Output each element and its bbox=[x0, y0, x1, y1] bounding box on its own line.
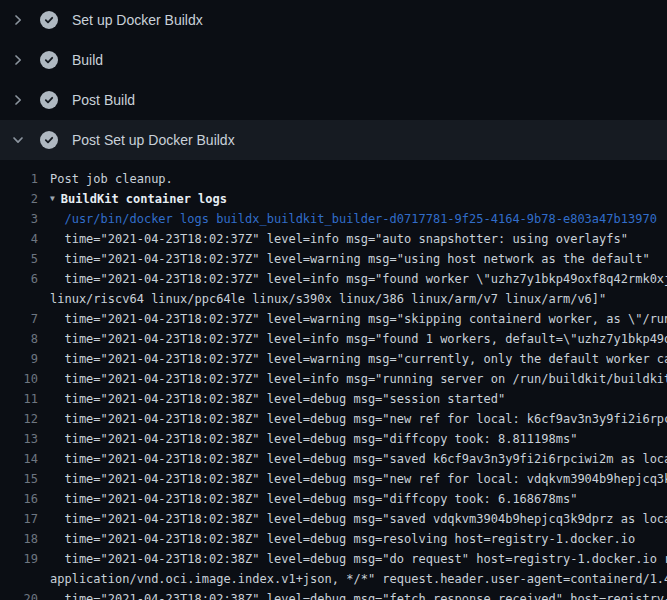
log-line: 5 time="2021-04-23T18:02:37Z" level=warn… bbox=[0, 249, 667, 269]
step-row[interactable]: Post Set up Docker Buildx bbox=[0, 120, 667, 160]
step-label: Post Set up Docker Buildx bbox=[72, 132, 235, 148]
log-line: 18 time="2021-04-23T18:02:38Z" level=deb… bbox=[0, 529, 667, 549]
line-number[interactable]: 3 bbox=[0, 209, 38, 229]
group-expand-triangle-icon[interactable]: ▼ bbox=[50, 189, 55, 209]
log-line: 20 time="2021-04-23T18:02:38Z" level=deb… bbox=[0, 589, 667, 600]
line-number[interactable]: 17 bbox=[0, 509, 38, 529]
log-line: 8 time="2021-04-23T18:02:37Z" level=info… bbox=[0, 329, 667, 349]
log-text: time="2021-04-23T18:02:37Z" level=info m… bbox=[50, 269, 667, 289]
line-number[interactable]: 15 bbox=[0, 469, 38, 489]
line-number bbox=[0, 569, 38, 589]
log-text: time="2021-04-23T18:02:37Z" level=warnin… bbox=[50, 309, 667, 329]
check-circle-icon bbox=[40, 11, 58, 29]
check-circle-icon bbox=[40, 51, 58, 69]
line-number[interactable]: 6 bbox=[0, 269, 38, 289]
line-number[interactable]: 11 bbox=[0, 389, 38, 409]
log-line: 1Post job cleanup. bbox=[0, 169, 667, 189]
step-label: Post Build bbox=[72, 92, 135, 108]
log-line: 7 time="2021-04-23T18:02:37Z" level=warn… bbox=[0, 309, 667, 329]
chevron-down-icon bbox=[10, 132, 26, 148]
line-number[interactable]: 18 bbox=[0, 529, 38, 549]
log-line-command: 3 /usr/bin/docker logs buildx_buildkit_b… bbox=[0, 209, 667, 229]
log-text: time="2021-04-23T18:02:38Z" level=debug … bbox=[50, 489, 577, 509]
log-line: 4 time="2021-04-23T18:02:37Z" level=info… bbox=[0, 229, 667, 249]
line-number[interactable]: 13 bbox=[0, 429, 38, 449]
log-line: 13 time="2021-04-23T18:02:38Z" level=deb… bbox=[0, 429, 667, 449]
line-number[interactable]: 14 bbox=[0, 449, 38, 469]
log-text: time="2021-04-23T18:02:38Z" level=debug … bbox=[50, 429, 577, 449]
line-number[interactable]: 2 bbox=[0, 189, 38, 209]
log-line: 17 time="2021-04-23T18:02:38Z" level=deb… bbox=[0, 509, 667, 529]
log-line-continuation: application/vnd.oci.image.index.v1+json,… bbox=[0, 569, 667, 589]
log-area: 1Post job cleanup.2▼BuildKit container l… bbox=[0, 160, 667, 600]
log-text: time="2021-04-23T18:02:37Z" level=warnin… bbox=[50, 249, 650, 269]
log-line: 15 time="2021-04-23T18:02:38Z" level=deb… bbox=[0, 469, 667, 489]
log-line: 16 time="2021-04-23T18:02:38Z" level=deb… bbox=[0, 489, 667, 509]
step-row[interactable]: Set up Docker Buildx bbox=[0, 0, 667, 40]
check-circle-icon bbox=[40, 131, 58, 149]
log-text: time="2021-04-23T18:02:38Z" level=debug … bbox=[50, 509, 667, 529]
log-text: linux/riscv64 linux/ppc64le linux/s390x … bbox=[50, 289, 606, 309]
log-line-continuation: linux/riscv64 linux/ppc64le linux/s390x … bbox=[0, 289, 667, 309]
line-number[interactable]: 10 bbox=[0, 369, 38, 389]
step-label: Build bbox=[72, 52, 103, 68]
step-row[interactable]: Build bbox=[0, 40, 667, 80]
line-number[interactable]: 1 bbox=[0, 169, 38, 189]
line-number[interactable]: 8 bbox=[0, 329, 38, 349]
log-line: 19 time="2021-04-23T18:02:38Z" level=deb… bbox=[0, 549, 667, 569]
log-line: 11 time="2021-04-23T18:02:38Z" level=deb… bbox=[0, 389, 667, 409]
log-text: application/vnd.oci.image.index.v1+json,… bbox=[50, 569, 667, 589]
log-text: time="2021-04-23T18:02:38Z" level=debug … bbox=[50, 469, 667, 489]
line-number[interactable]: 16 bbox=[0, 489, 38, 509]
line-number[interactable]: 5 bbox=[0, 249, 38, 269]
line-number[interactable]: 9 bbox=[0, 349, 38, 369]
line-number[interactable]: 7 bbox=[0, 309, 38, 329]
log-text: time="2021-04-23T18:02:37Z" level=info m… bbox=[50, 229, 628, 249]
chevron-right-icon bbox=[10, 52, 26, 68]
log-text: time="2021-04-23T18:02:38Z" level=debug … bbox=[50, 389, 505, 409]
log-text: /usr/bin/docker logs buildx_buildkit_bui… bbox=[50, 209, 657, 229]
log-line: 12 time="2021-04-23T18:02:38Z" level=deb… bbox=[0, 409, 667, 429]
log-text: Post job cleanup. bbox=[50, 169, 173, 189]
log-text: time="2021-04-23T18:02:38Z" level=debug … bbox=[50, 589, 667, 600]
log-text: time="2021-04-23T18:02:38Z" level=debug … bbox=[50, 529, 635, 549]
line-number[interactable]: 19 bbox=[0, 549, 38, 569]
log-text: time="2021-04-23T18:02:38Z" level=debug … bbox=[50, 409, 667, 429]
log-line: 14 time="2021-04-23T18:02:38Z" level=deb… bbox=[0, 449, 667, 469]
log-text: time="2021-04-23T18:02:38Z" level=debug … bbox=[50, 449, 667, 469]
line-number[interactable]: 4 bbox=[0, 229, 38, 249]
step-label: Set up Docker Buildx bbox=[72, 12, 203, 28]
check-circle-icon bbox=[40, 91, 58, 109]
chevron-right-icon bbox=[10, 92, 26, 108]
log-text: time="2021-04-23T18:02:37Z" level=info m… bbox=[50, 369, 667, 389]
log-text: time="2021-04-23T18:02:37Z" level=info m… bbox=[50, 329, 667, 349]
log-line: 10 time="2021-04-23T18:02:37Z" level=inf… bbox=[0, 369, 667, 389]
line-number[interactable]: 12 bbox=[0, 409, 38, 429]
chevron-right-icon bbox=[10, 12, 26, 28]
log-line-group: 2▼BuildKit container logs bbox=[0, 189, 667, 209]
log-line: 6 time="2021-04-23T18:02:37Z" level=info… bbox=[0, 269, 667, 289]
line-number bbox=[0, 289, 38, 309]
group-title[interactable]: BuildKit container logs bbox=[61, 189, 227, 209]
step-row[interactable]: Post Build bbox=[0, 80, 667, 120]
log-line: 9 time="2021-04-23T18:02:37Z" level=warn… bbox=[0, 349, 667, 369]
line-number[interactable]: 20 bbox=[0, 589, 38, 600]
log-text: time="2021-04-23T18:02:38Z" level=debug … bbox=[50, 549, 667, 569]
steps-list: Set up Docker BuildxBuildPost BuildPost … bbox=[0, 0, 667, 160]
log-text: time="2021-04-23T18:02:37Z" level=warnin… bbox=[50, 349, 667, 369]
